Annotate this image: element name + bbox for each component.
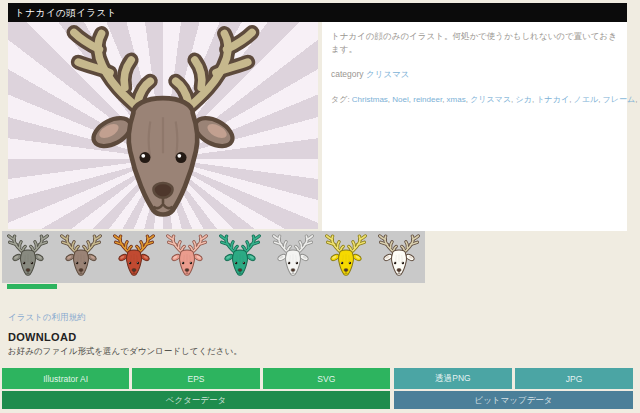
tag-link[interactable]: Christmas	[352, 95, 388, 104]
thumbnail-salmon-deer[interactable]	[161, 233, 214, 281]
thumbnail-strip	[2, 231, 425, 283]
tag-link[interactable]: フレーム	[603, 95, 636, 104]
main-illustration	[8, 22, 318, 229]
tag-list: Christmas, Noel, reindeer, xmas, クリスマス, …	[352, 95, 640, 104]
category-link[interactable]: クリスマス	[366, 69, 410, 79]
deer-head-icon	[215, 234, 265, 280]
page-title: トナカイの頭イラスト	[8, 3, 627, 22]
tag-link[interactable]: ノエル	[574, 95, 599, 104]
vector-download-group: Illustrator AIEPSSVG ベクターデータ	[2, 368, 390, 409]
deer-head-icon	[3, 234, 53, 280]
tag-link[interactable]: クリスマス	[470, 95, 511, 104]
selected-variant-indicator	[7, 284, 57, 289]
category-line: category クリスマス	[331, 69, 618, 81]
download-transparent-png-button[interactable]: 透過PNG	[394, 368, 512, 389]
download-heading: DOWNLOAD	[8, 331, 76, 343]
download-eps-button[interactable]: EPS	[132, 368, 259, 389]
info-panel: トナカイの顔のみのイラスト。何処かで使うかもしれないので置いておきます。 cat…	[322, 22, 627, 231]
thumbnail-silver-deer[interactable]	[266, 233, 319, 281]
deer-head-icon	[321, 234, 371, 280]
deer-head-icon	[268, 234, 318, 280]
category-label: category	[331, 69, 364, 79]
illustration-description: トナカイの顔のみのイラスト。何処かで使うかもしれないので置いておきます。	[331, 30, 618, 56]
tags-line: タグ: Christmas, Noel, reindeer, xmas, クリス…	[331, 94, 618, 105]
deer-head-icon	[162, 234, 212, 280]
download-svg-button[interactable]: SVG	[263, 368, 390, 389]
tag-link[interactable]: reindeer	[413, 95, 442, 104]
thumbnail-gray-deer[interactable]	[2, 233, 55, 281]
download-instruction: お好みのファイル形式を選んでダウンロードしてください。	[8, 346, 242, 358]
bitmap-group-label: ビットマップデータ	[394, 391, 633, 409]
thumbnail-white-deer[interactable]	[372, 233, 425, 281]
main-deer-illustration	[38, 24, 288, 229]
tag-link[interactable]: Noel	[392, 95, 408, 104]
bitmap-download-group: 透過PNGJPG ビットマップデータ	[394, 368, 633, 409]
download-jpg-button[interactable]: JPG	[515, 368, 633, 389]
thumbnail-red-deer[interactable]	[108, 233, 161, 281]
download-illustrator-ai-button[interactable]: Illustrator AI	[2, 368, 129, 389]
bitmap-button-row: 透過PNGJPG	[394, 368, 633, 389]
thumbnail-teal-deer[interactable]	[214, 233, 267, 281]
vector-group-label: ベクターデータ	[2, 391, 390, 409]
tag-link[interactable]: xmas	[447, 95, 466, 104]
tags-label: タグ:	[331, 95, 350, 104]
deer-head-icon	[56, 234, 106, 280]
deer-head-icon	[109, 234, 159, 280]
tag-link[interactable]: シカ	[516, 95, 532, 104]
thumbnail-brown-deer[interactable]	[55, 233, 108, 281]
thumbnail-yellow-deer[interactable]	[319, 233, 372, 281]
terms-of-use-link[interactable]: イラストの利用規約	[8, 312, 86, 324]
tag-link[interactable]: トナカイ	[536, 95, 569, 104]
deer-head-icon	[374, 234, 424, 280]
vector-button-row: Illustrator AIEPSSVG	[2, 368, 390, 389]
